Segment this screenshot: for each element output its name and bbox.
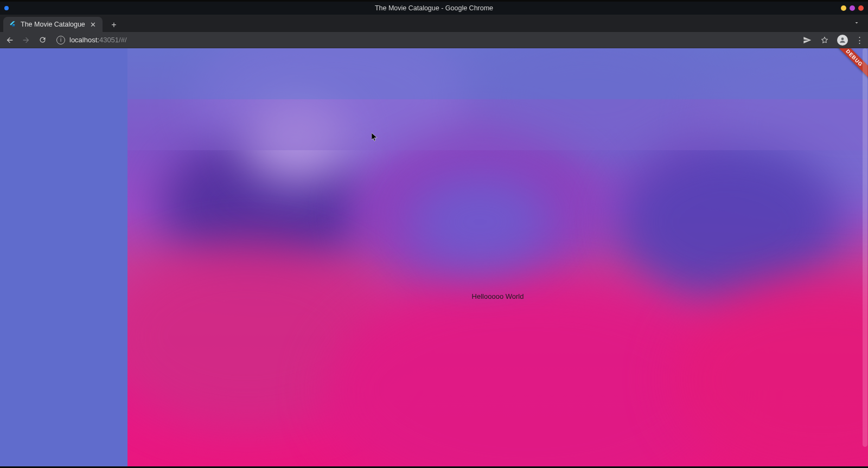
bg-blob: [241, 97, 350, 184]
window-minimize-button[interactable]: [841, 5, 846, 11]
app-main: Hellooooo World DEBUG: [127, 48, 868, 468]
tab-close-button[interactable]: ✕: [90, 21, 97, 28]
app-sidebar: [0, 48, 127, 468]
hello-world-text: Hellooooo World: [472, 292, 524, 300]
app-indicator-dot: [4, 6, 9, 10]
tab-strip: The Movie Catalogue ✕ +: [0, 15, 868, 32]
window-title: The Movie Catalogue - Google Chrome: [375, 4, 493, 12]
window-maximize-button[interactable]: [850, 5, 855, 11]
window-close-button[interactable]: [858, 5, 864, 11]
site-info-icon[interactable]: i: [56, 36, 65, 44]
chrome-menu-button[interactable]: ⋮: [856, 35, 864, 45]
new-tab-button[interactable]: +: [107, 18, 121, 32]
url-host: localhost:: [69, 36, 99, 44]
flutter-favicon-icon: [9, 21, 16, 28]
forward-button[interactable]: [21, 35, 31, 46]
window-title-bar: The Movie Catalogue - Google Chrome: [0, 2, 868, 15]
send-icon[interactable]: [802, 35, 812, 45]
window-controls: [841, 5, 864, 11]
bg-blob: [670, 276, 868, 468]
reload-button[interactable]: [37, 35, 48, 46]
page-viewport: Hellooooo World DEBUG: [0, 48, 868, 468]
browser-tab[interactable]: The Movie Catalogue ✕: [3, 17, 103, 32]
bg-blob: [410, 173, 551, 271]
tab-overflow-button[interactable]: [851, 17, 863, 29]
address-bar[interactable]: i localhost:43051/#/: [53, 34, 797, 46]
back-button[interactable]: [4, 35, 15, 46]
tab-title: The Movie Catalogue: [21, 21, 85, 28]
scrollbar-thumb[interactable]: [863, 48, 867, 447]
url-path: 43051/#/: [99, 36, 127, 44]
toolbar-right: ⋮: [802, 35, 864, 46]
profile-avatar[interactable]: [837, 35, 848, 46]
browser-toolbar: i localhost:43051/#/ ⋮: [0, 32, 868, 48]
bookmark-star-icon[interactable]: [820, 35, 829, 45]
vertical-scrollbar[interactable]: [862, 48, 868, 468]
